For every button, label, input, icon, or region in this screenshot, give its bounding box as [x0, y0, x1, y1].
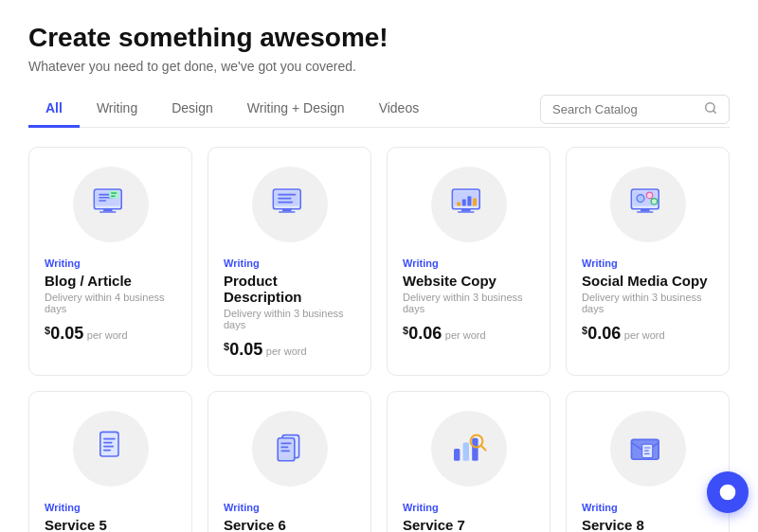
- catalog-card-card8[interactable]: Writing Service 8 Delivery within 3 busi…: [566, 391, 730, 532]
- svg-rect-41: [280, 443, 291, 445]
- svg-rect-36: [103, 442, 113, 444]
- svg-rect-9: [109, 191, 118, 199]
- card-icon-card7: [431, 411, 507, 487]
- navigation-bar: AllWritingDesignWriting + DesignVideos: [28, 91, 730, 128]
- svg-rect-14: [278, 194, 296, 196]
- svg-line-1: [713, 110, 716, 113]
- card-title: Service 6: [224, 517, 355, 532]
- svg-rect-42: [280, 447, 288, 449]
- svg-rect-23: [467, 196, 471, 205]
- card-icon-card8: [610, 411, 686, 487]
- svg-rect-25: [461, 209, 471, 211]
- catalog-card-social-media-copy[interactable]: Writing Social Media Copy Delivery withi…: [566, 147, 730, 376]
- catalog-card-product-description[interactable]: Writing Product Description Delivery wit…: [208, 147, 371, 376]
- card-delivery: Delivery within 4 business days: [45, 292, 176, 314]
- page-subtitle: Whatever you need to get done, we've got…: [28, 59, 730, 74]
- catalog-card-website-copy[interactable]: Writing Website Copy Delivery within 3 b…: [387, 147, 550, 376]
- card-icon-card5: [73, 411, 149, 487]
- page-header: Create something awesome! Whatever you n…: [0, 0, 758, 128]
- svg-rect-37: [103, 446, 114, 448]
- svg-point-54: [720, 485, 736, 501]
- svg-rect-35: [103, 438, 116, 440]
- svg-rect-26: [458, 211, 475, 213]
- svg-rect-16: [278, 202, 293, 204]
- card-title: Service 8: [582, 517, 713, 532]
- card-price-unit: per word: [445, 329, 486, 341]
- card-price-amount: 0.05: [50, 324, 83, 343]
- svg-rect-40: [278, 438, 295, 461]
- card-price-unit: per word: [624, 329, 665, 341]
- card-category: Writing: [403, 502, 534, 513]
- card-title: Service 5: [45, 517, 176, 532]
- card-category: Writing: [45, 257, 176, 269]
- svg-point-30: [646, 192, 652, 198]
- page-title: Create something awesome!: [28, 23, 730, 53]
- nav-tab-design[interactable]: Design: [154, 91, 230, 128]
- card-title: Product Description: [224, 273, 355, 305]
- card-category: Writing: [45, 502, 176, 513]
- svg-rect-11: [111, 195, 116, 197]
- search-box[interactable]: [540, 95, 730, 124]
- svg-point-31: [651, 199, 657, 204]
- svg-rect-46: [472, 438, 478, 461]
- search-icon: [704, 101, 717, 117]
- card-icon-blog-article: [73, 167, 149, 242]
- card-title: Social Media Copy: [582, 273, 713, 289]
- card-price: $0.06 per word: [582, 324, 713, 344]
- catalog-card-blog-article[interactable]: Writing Blog / Article Delivery within 4…: [28, 147, 192, 376]
- svg-rect-43: [280, 451, 290, 452]
- card-price-unit: per word: [266, 346, 307, 357]
- card-price-amount: 0.06: [587, 324, 621, 343]
- card-price-amount: 0.06: [408, 324, 442, 343]
- catalog-grid: Writing Blog / Article Delivery within 4…: [0, 128, 758, 532]
- card-price: $0.05 per word: [45, 324, 176, 344]
- nav-tab-writing[interactable]: Writing: [80, 91, 154, 128]
- nav-tabs: AllWritingDesignWriting + DesignVideos: [28, 91, 436, 127]
- svg-rect-18: [279, 211, 296, 213]
- svg-rect-32: [641, 209, 650, 211]
- svg-rect-24: [473, 199, 477, 206]
- card-category: Writing: [582, 502, 713, 513]
- card-title: Blog / Article: [45, 273, 176, 289]
- svg-rect-22: [461, 199, 465, 205]
- card-delivery: Delivery within 3 business days: [582, 292, 713, 314]
- svg-rect-15: [278, 198, 291, 200]
- nav-tab-videos[interactable]: Videos: [362, 91, 437, 128]
- card-icon-website-copy: [431, 167, 507, 242]
- svg-rect-52: [644, 451, 649, 452]
- svg-rect-38: [103, 450, 111, 452]
- fab-button[interactable]: [707, 471, 749, 513]
- card-delivery: Delivery within 3 business days: [403, 292, 534, 314]
- svg-rect-17: [282, 209, 292, 211]
- catalog-card-card7[interactable]: Writing Service 7 Delivery within 3 busi…: [387, 391, 550, 532]
- svg-line-48: [480, 446, 485, 451]
- card-delivery: Delivery within 3 business days: [224, 308, 355, 330]
- card-category: Writing: [224, 502, 355, 513]
- card-title: Service 7: [403, 517, 534, 532]
- nav-tab-writing-design[interactable]: Writing + Design: [230, 91, 362, 128]
- card-title: Website Copy: [403, 273, 534, 289]
- card-icon-social-media-copy: [610, 167, 686, 242]
- svg-rect-7: [103, 209, 113, 211]
- card-icon-product-description: [252, 167, 328, 242]
- svg-rect-21: [457, 203, 460, 206]
- nav-tab-all[interactable]: All: [28, 91, 80, 128]
- catalog-card-card6[interactable]: Writing Service 6 Delivery within 3 busi…: [208, 391, 371, 532]
- card-price-unit: per word: [87, 329, 128, 341]
- card-price: $0.06 per word: [403, 324, 534, 344]
- catalog-card-card5[interactable]: Writing Service 5 Delivery within 3 busi…: [28, 391, 192, 532]
- svg-rect-44: [454, 449, 460, 461]
- search-input[interactable]: [552, 102, 696, 116]
- svg-rect-4: [99, 194, 109, 196]
- card-price: $0.05 per word: [224, 340, 355, 360]
- svg-rect-51: [644, 447, 650, 448]
- svg-rect-34: [99, 432, 117, 456]
- svg-point-29: [637, 195, 644, 203]
- card-icon-card6: [252, 411, 328, 487]
- svg-rect-45: [462, 443, 468, 461]
- card-category: Writing: [403, 257, 534, 269]
- svg-rect-8: [99, 211, 117, 213]
- svg-rect-33: [637, 211, 654, 213]
- svg-rect-10: [111, 192, 117, 194]
- card-price-amount: 0.05: [229, 340, 262, 359]
